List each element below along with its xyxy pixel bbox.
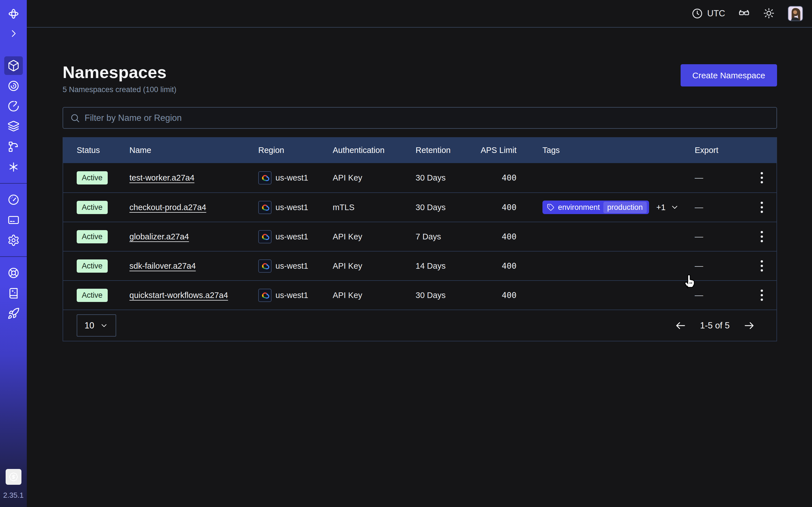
page-size-value: 10 xyxy=(85,321,94,331)
row-actions-menu-button[interactable] xyxy=(754,286,770,304)
sidebar-item-support[interactable] xyxy=(4,264,23,282)
next-page-button[interactable] xyxy=(743,320,755,332)
sidebar-item-usage[interactable] xyxy=(4,190,23,209)
row-actions-menu-button[interactable] xyxy=(754,169,770,187)
sidebar-item-namespaces[interactable] xyxy=(4,56,23,75)
sidebar-item-workflows[interactable] xyxy=(4,76,23,95)
table-row: Active checkout-prod.a27a4 us-west1 mTLS… xyxy=(63,192,776,222)
col-header-export: Export xyxy=(695,146,776,155)
status-badge: Active xyxy=(77,230,108,243)
auth-method: API Key xyxy=(333,262,416,271)
namespace-link[interactable]: sdk-failover.a27a4 xyxy=(130,262,196,270)
branch-icon xyxy=(7,140,20,153)
sidebar-item-settings[interactable] xyxy=(4,231,23,249)
namespace-link[interactable]: quickstart-workflows.a27a4 xyxy=(130,291,228,300)
theme-toggle-button[interactable] xyxy=(763,7,775,20)
arrow-right-icon xyxy=(743,320,755,332)
aps-limit: 400 xyxy=(480,173,543,182)
timezone-button[interactable]: UTC xyxy=(691,8,725,19)
table-row: Active globalizer.a27a4 us-west1 API Key… xyxy=(63,222,776,251)
labs-toggle-button[interactable] xyxy=(738,7,750,20)
export-value: — xyxy=(695,203,703,212)
sidebar: 2.35.1 xyxy=(0,0,27,507)
avatar-image xyxy=(788,6,802,20)
aps-limit: 400 xyxy=(480,232,543,241)
app-version: 2.35.1 xyxy=(3,491,23,500)
gcp-cloud-icon xyxy=(258,171,271,184)
status-badge: Active xyxy=(77,289,108,302)
table-row: Active test-worker.a27a4 us-west1 API Ke… xyxy=(63,163,776,192)
rocket-icon xyxy=(7,307,20,320)
chevron-down-icon xyxy=(670,203,679,212)
table-row: Active sdk-failover.a27a4 us-west1 API K… xyxy=(63,251,776,280)
prev-page-button[interactable] xyxy=(675,320,687,332)
region-label: us-west1 xyxy=(275,262,308,271)
usage-dollar-badge-button[interactable] xyxy=(6,469,21,485)
aps-limit: 400 xyxy=(480,261,543,271)
sidebar-item-docs[interactable] xyxy=(4,284,23,302)
table-header-row: Status Name Region Authentication Retent… xyxy=(63,137,776,163)
gcp-cloud-icon xyxy=(258,201,271,214)
col-header-tags: Tags xyxy=(543,146,695,155)
retention-period: 30 Days xyxy=(416,203,480,212)
gauge-icon xyxy=(7,193,20,206)
sidebar-item-nexus[interactable] xyxy=(4,158,23,176)
asterisk-icon xyxy=(7,161,20,173)
pagination-range: 1-5 of 5 xyxy=(700,321,730,331)
sidebar-item-billing[interactable] xyxy=(4,211,23,229)
export-value: — xyxy=(695,173,703,182)
namespace-link[interactable]: checkout-prod.a27a4 xyxy=(130,203,206,212)
tag-value: production xyxy=(603,202,647,213)
col-header-region: Region xyxy=(258,146,333,155)
status-badge: Active xyxy=(77,260,108,273)
sidebar-item-schedules[interactable] xyxy=(4,97,23,115)
tag-more-count: +1 xyxy=(656,203,666,212)
tag-key: environment xyxy=(558,203,600,212)
status-badge: Active xyxy=(77,171,108,184)
auth-method: API Key xyxy=(333,173,416,182)
col-header-status: Status xyxy=(77,146,130,155)
sidebar-expand-chevron-icon[interactable] xyxy=(4,24,23,43)
badge-dollar-icon xyxy=(9,472,18,482)
temporal-logo[interactable] xyxy=(4,4,23,23)
col-header-auth: Authentication xyxy=(333,146,416,155)
col-header-aps: APS Limit xyxy=(480,146,543,155)
sidebar-item-batch-operations[interactable] xyxy=(4,137,23,156)
page-size-select[interactable]: 10 xyxy=(77,314,116,337)
tag-badge[interactable]: environment production xyxy=(543,201,649,214)
filter-input[interactable] xyxy=(85,113,770,123)
col-header-retention: Retention xyxy=(416,146,480,155)
row-actions-menu-button[interactable] xyxy=(754,198,770,216)
namespace-link[interactable]: globalizer.a27a4 xyxy=(130,232,189,241)
gear-icon xyxy=(7,234,20,246)
page-subtitle: 5 Namespaces created (100 limit) xyxy=(63,86,176,94)
export-value: — xyxy=(695,261,703,271)
sidebar-item-deployments[interactable] xyxy=(4,117,23,136)
namespaces-table: Status Name Region Authentication Retent… xyxy=(63,137,777,341)
chevron-down-icon xyxy=(100,321,108,330)
clock-icon xyxy=(691,8,703,19)
gcp-cloud-icon xyxy=(258,289,271,302)
retention-period: 30 Days xyxy=(416,173,480,182)
retention-period: 14 Days xyxy=(416,262,480,271)
create-namespace-button[interactable]: Create Namespace xyxy=(680,64,777,87)
table-footer: 10 1-5 of 5 xyxy=(63,309,776,341)
search-icon xyxy=(70,113,80,123)
tags-expand-button[interactable] xyxy=(670,203,679,212)
region-label: us-west1 xyxy=(275,232,308,241)
gcp-cloud-icon xyxy=(258,230,271,243)
auth-method: mTLS xyxy=(333,203,416,212)
sidebar-item-getting-started[interactable] xyxy=(4,304,23,323)
row-actions-menu-button[interactable] xyxy=(754,228,770,245)
region-label: us-west1 xyxy=(275,291,308,300)
export-value: — xyxy=(695,290,703,300)
sidebar-divider xyxy=(0,256,27,257)
status-badge: Active xyxy=(77,201,108,214)
aps-limit: 400 xyxy=(480,203,543,212)
main-content: Namespaces 5 Namespaces created (100 lim… xyxy=(27,62,812,341)
topbar: UTC xyxy=(27,0,812,27)
gcp-cloud-icon xyxy=(258,260,271,273)
namespace-link[interactable]: test-worker.a27a4 xyxy=(130,173,195,182)
user-avatar[interactable] xyxy=(788,6,803,21)
row-actions-menu-button[interactable] xyxy=(754,257,770,275)
